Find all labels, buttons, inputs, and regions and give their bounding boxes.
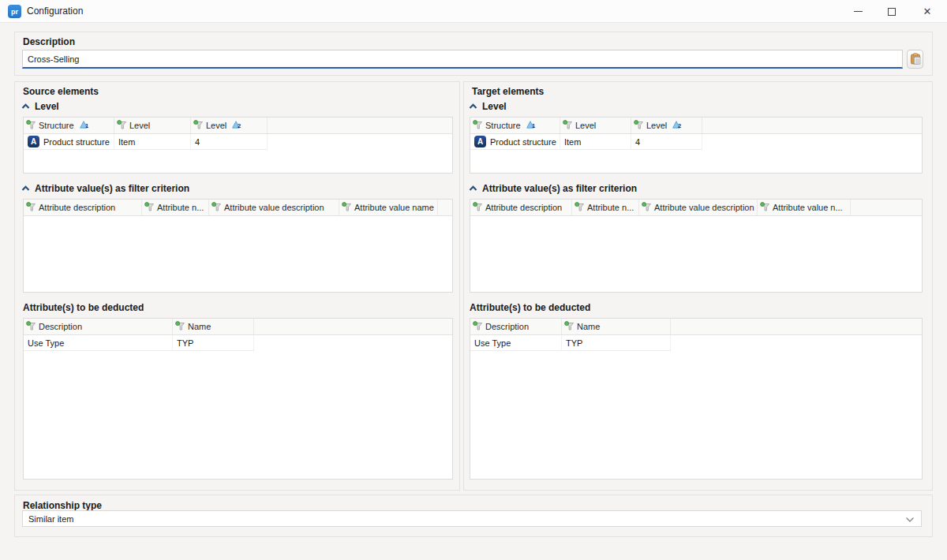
source-deducted-table: Description Name Use Type TYP [23, 318, 453, 480]
source-level-label: Level [35, 101, 59, 112]
column-header-description[interactable]: Description [470, 319, 562, 334]
configuration-window: { "window": { "title": "Configuration", … [0, 0, 947, 560]
table-row[interactable]: Use Type TYP [24, 335, 452, 351]
column-header-level[interactable]: Level [114, 118, 191, 133]
filter-icon [26, 120, 36, 132]
table-header: Structure 1 Level Level 2 [470, 118, 922, 134]
svg-text:1: 1 [532, 122, 535, 129]
filter-icon [575, 202, 585, 214]
close-button[interactable]: ✕ [914, 0, 941, 23]
maximize-icon [888, 8, 896, 16]
filter-icon [564, 321, 575, 333]
source-filter-table: Attribute description Attribute n... Att… [23, 199, 453, 293]
filter-icon [563, 120, 573, 132]
column-header-attribute-description[interactable]: Attribute description [24, 200, 142, 215]
filter-icon [26, 321, 36, 333]
title-bar: pr Configuration ✕ [0, 0, 947, 23]
table-row[interactable]: Use Type TYP [470, 335, 922, 351]
table-header: Structure 1 Level Level 2 [24, 118, 452, 134]
column-header-attribute-value-name[interactable]: Attribute value name [339, 200, 438, 215]
column-header-attribute-name[interactable]: Attribute n... [572, 200, 639, 215]
description-input[interactable]: Cross-Selling [22, 50, 903, 69]
sort-ascending-icon: 1 [80, 121, 89, 130]
structure-type-icon: A [474, 136, 486, 147]
svg-text:2: 2 [678, 122, 681, 129]
minimize-icon [854, 11, 863, 12]
collapse-icon[interactable] [21, 185, 30, 192]
filter-icon [634, 120, 644, 132]
column-header-attribute-value-description[interactable]: Attribute value description [209, 200, 339, 215]
filter-icon [193, 120, 204, 132]
sort-ascending-icon: 1 [526, 121, 536, 130]
table-header: Attribute description Attribute n... Att… [470, 200, 922, 216]
sort-ascending-icon: 2 [232, 121, 241, 130]
column-header-attribute-value-name[interactable]: Attribute value n... [758, 200, 851, 215]
column-header-name[interactable]: Name [562, 319, 671, 334]
filter-icon [473, 321, 483, 333]
target-level-label: Level [482, 101, 507, 112]
svg-text:2: 2 [238, 122, 241, 129]
sort-ascending-icon: 2 [672, 121, 682, 130]
source-elements-label: Source elements [23, 86, 99, 97]
collapse-icon[interactable] [469, 185, 477, 192]
collapse-icon[interactable] [469, 103, 477, 110]
app-icon: pr [8, 5, 21, 18]
description-label: Description [23, 36, 75, 47]
filter-icon [473, 202, 483, 214]
filter-icon [473, 120, 483, 132]
target-deducted-label: Attribute(s) to be deducted [470, 302, 590, 313]
window-title: Configuration [27, 6, 83, 17]
filter-icon [211, 202, 222, 214]
paste-button[interactable] [907, 50, 923, 69]
column-header-name[interactable]: Name [173, 319, 254, 334]
source-elements-group: Source elements Level Structure 1 Level … [14, 81, 460, 491]
target-filter-section-header: Attribute value(s) as filter criterion [469, 183, 637, 194]
column-header-level[interactable]: Level [560, 118, 631, 133]
source-level-section-header: Level [21, 101, 59, 112]
relationship-type-label: Relationship type [23, 500, 102, 511]
column-header-description[interactable]: Description [24, 319, 173, 334]
filter-icon [144, 202, 155, 214]
close-icon: ✕ [923, 6, 932, 17]
minimize-button[interactable] [844, 0, 871, 23]
target-elements-label: Target elements [472, 86, 544, 97]
relationship-type-select[interactable]: Similar item [22, 510, 922, 527]
table-header: Description Name [470, 319, 922, 335]
svg-text:1: 1 [85, 122, 88, 129]
structure-type-icon: A [28, 136, 39, 147]
filter-icon [26, 202, 36, 214]
table-row[interactable]: A Product structure Item 4 [470, 134, 922, 150]
filter-icon [642, 202, 652, 214]
target-level-section-header: Level [469, 101, 507, 112]
column-header-attribute-value-description[interactable]: Attribute value description [639, 200, 758, 215]
source-deducted-label: Attribute(s) to be deducted [23, 302, 144, 313]
column-header-level-number[interactable]: Level 2 [631, 118, 702, 133]
filter-icon [175, 321, 185, 333]
column-header-attribute-description[interactable]: Attribute description [470, 200, 572, 215]
column-header-level-number[interactable]: Level 2 [191, 118, 268, 133]
target-filter-label: Attribute value(s) as filter criterion [482, 183, 637, 194]
filter-icon [342, 202, 352, 214]
maximize-button[interactable] [878, 0, 905, 23]
column-header-structure[interactable]: Structure 1 [24, 118, 114, 133]
collapse-icon[interactable] [21, 103, 30, 110]
table-header: Description Name [24, 319, 452, 335]
filter-icon [760, 202, 770, 214]
source-level-table: Structure 1 Level Level 2 A Product stru… [23, 117, 453, 174]
target-level-table: Structure 1 Level Level 2 A Product stru… [470, 117, 923, 174]
chevron-down-icon [905, 515, 915, 525]
clipboard-icon [910, 53, 921, 66]
target-elements-group: Target elements Level Structure 1 Level … [463, 81, 933, 491]
source-filter-section-header: Attribute value(s) as filter criterion [21, 183, 189, 194]
column-header-structure[interactable]: Structure 1 [470, 118, 560, 133]
source-filter-label: Attribute value(s) as filter criterion [35, 183, 189, 194]
target-deducted-table: Description Name Use Type TYP [470, 318, 923, 480]
table-row[interactable]: A Product structure Item 4 [24, 134, 452, 150]
filter-icon [117, 120, 127, 132]
target-filter-table: Attribute description Attribute n... Att… [470, 199, 923, 293]
table-header: Attribute description Attribute n... Att… [24, 200, 452, 216]
column-header-attribute-name[interactable]: Attribute n... [142, 200, 209, 215]
